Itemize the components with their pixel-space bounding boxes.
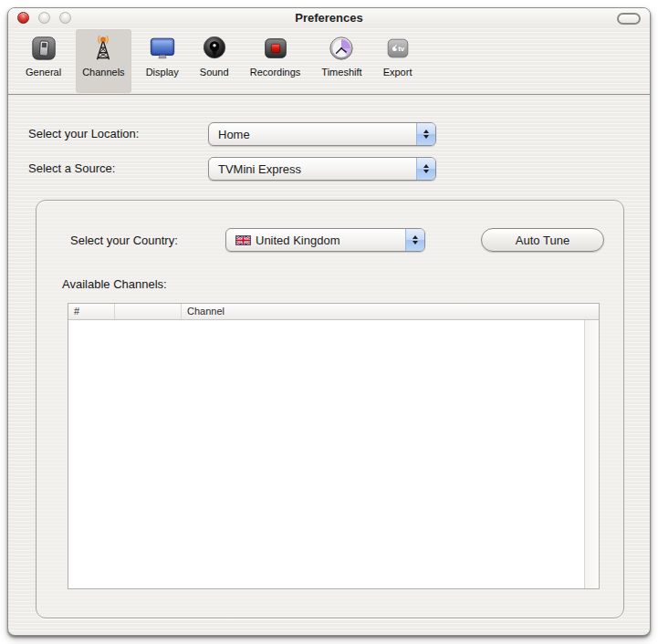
titlebar[interactable]: Preferences <box>8 8 650 28</box>
tuning-groupbox: Select your Country: United Kingdom Auto… <box>36 200 624 618</box>
appletv-icon-text: tv <box>398 45 405 53</box>
vertical-scrollbar[interactable] <box>584 320 599 588</box>
location-select[interactable]: Home <box>208 122 436 146</box>
record-icon <box>261 33 290 64</box>
channels-table-header: # Channel <box>68 304 599 320</box>
toolbar-item-sound[interactable]: Sound <box>193 29 235 93</box>
toolbar-toggle-button[interactable] <box>617 13 641 25</box>
channels-table-body[interactable] <box>68 320 599 588</box>
toolbar-item-timeshift[interactable]: Timeshift <box>315 29 368 93</box>
toolbar-label: General <box>26 67 61 78</box>
location-value: Home <box>218 128 413 141</box>
toolbar-label: Recordings <box>250 67 301 78</box>
speaker-icon <box>200 33 229 64</box>
popup-arrows-icon <box>416 158 435 180</box>
column-header-number[interactable]: # <box>68 304 115 319</box>
toolbar-item-display[interactable]: Display <box>140 29 185 93</box>
preferences-toolbar: General <box>8 28 650 95</box>
uk-flag-icon <box>235 235 251 245</box>
toolbar-item-general[interactable]: General <box>19 29 68 93</box>
country-select[interactable]: United Kingdom <box>225 228 425 252</box>
appletv-icon: tv <box>383 33 413 64</box>
source-label: Select a Source: <box>28 161 115 175</box>
country-label: Select your Country: <box>70 234 178 247</box>
toolbar-label: Sound <box>200 67 229 78</box>
channels-table: # Channel <box>68 303 600 589</box>
antenna-icon <box>89 33 118 64</box>
toolbar-label: Display <box>146 67 179 78</box>
window-title: Preferences <box>8 11 650 25</box>
toolbar-label: Export <box>383 67 413 78</box>
toolbar-label: Timeshift <box>321 67 361 78</box>
toolbar-label: Channels <box>82 67 124 78</box>
remote-control-icon <box>29 33 58 64</box>
toolbar-item-channels[interactable]: Channels <box>76 29 131 93</box>
auto-tune-label: Auto Tune <box>516 234 569 247</box>
column-header-blank[interactable] <box>115 304 182 319</box>
popup-arrows-icon <box>405 229 424 251</box>
toolbar-item-export[interactable]: tv Export <box>377 29 419 93</box>
popup-arrows-icon <box>416 123 435 145</box>
toolbar-item-recordings[interactable]: Recordings <box>244 29 308 93</box>
column-header-channel[interactable]: Channel <box>182 304 599 319</box>
monitor-icon <box>148 33 177 64</box>
country-value: United Kingdom <box>256 234 402 247</box>
auto-tune-button[interactable]: Auto Tune <box>481 228 604 252</box>
available-channels-label: Available Channels: <box>62 277 167 291</box>
location-label: Select your Location: <box>28 127 139 140</box>
clock-icon <box>327 33 356 64</box>
preferences-window: Preferences <box>7 7 651 636</box>
source-value: TVMini Express <box>218 162 413 176</box>
source-select[interactable]: TVMini Express <box>208 157 436 181</box>
